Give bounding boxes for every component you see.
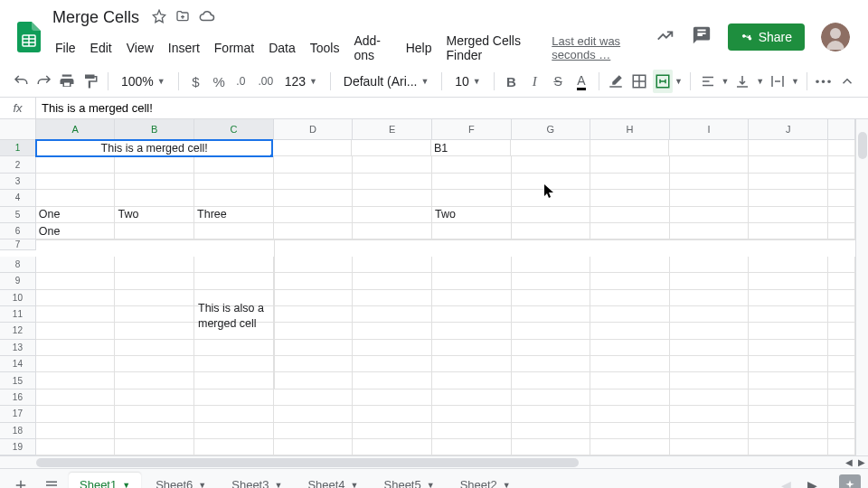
row-header-12[interactable]: 12: [0, 323, 36, 339]
cell[interactable]: [670, 290, 750, 306]
cell[interactable]: [274, 239, 354, 240]
undo-button[interactable]: [11, 70, 31, 93]
cell[interactable]: [432, 174, 512, 190]
cell[interactable]: [749, 423, 828, 439]
cell[interactable]: [590, 257, 670, 273]
cell[interactable]: [512, 223, 591, 239]
horizontal-scrollbar[interactable]: ◀ ▶: [0, 455, 868, 468]
cell[interactable]: [512, 323, 591, 339]
cell[interactable]: [36, 290, 116, 306]
cell[interactable]: [274, 174, 354, 190]
cell[interactable]: [353, 290, 432, 306]
tab-sheet1[interactable]: Sheet1▼: [69, 473, 141, 489]
cell[interactable]: [590, 290, 670, 306]
vertical-scrollbar[interactable]: [855, 119, 868, 455]
cell[interactable]: [670, 439, 750, 455]
cell[interactable]: [36, 406, 116, 422]
cell[interactable]: [36, 257, 116, 273]
print-button[interactable]: [58, 70, 78, 93]
cell[interactable]: [590, 273, 670, 289]
cell[interactable]: [194, 156, 274, 173]
cell[interactable]: [512, 257, 591, 273]
tab-sheet6[interactable]: Sheet6▼: [145, 473, 217, 489]
row-header-4[interactable]: 4: [0, 190, 36, 206]
cell[interactable]: [749, 273, 828, 289]
cell[interactable]: [36, 340, 116, 356]
cell[interactable]: [36, 239, 116, 240]
cell[interactable]: [115, 406, 194, 422]
all-sheets-button[interactable]: [38, 473, 65, 489]
cell[interactable]: [274, 273, 354, 289]
cell[interactable]: [670, 207, 750, 223]
cell[interactable]: [590, 323, 670, 339]
cell[interactable]: [353, 423, 432, 439]
cell[interactable]: [512, 156, 591, 173]
cell[interactable]: [274, 406, 354, 422]
merge-cells-button[interactable]: [653, 70, 673, 93]
row-header-9[interactable]: 9: [0, 273, 36, 289]
cell[interactable]: [749, 323, 828, 339]
row-header-8[interactable]: 8: [0, 257, 36, 273]
cell[interactable]: [432, 356, 512, 372]
cell[interactable]: [353, 323, 432, 339]
cell[interactable]: [512, 406, 591, 422]
cell[interactable]: [590, 223, 670, 239]
cell[interactable]: [432, 323, 512, 339]
cell[interactable]: [670, 423, 750, 439]
row-header-10[interactable]: 10: [0, 290, 36, 306]
cell[interactable]: [432, 273, 512, 289]
menu-tools[interactable]: Tools: [304, 37, 346, 59]
cell[interactable]: [115, 372, 194, 389]
cell[interactable]: [749, 439, 828, 455]
cell[interactable]: [512, 439, 591, 455]
cell[interactable]: [115, 223, 194, 239]
col-header-a[interactable]: A: [36, 119, 116, 140]
cell[interactable]: [590, 389, 670, 406]
menu-format[interactable]: Format: [208, 37, 260, 59]
scroll-right-icon[interactable]: ▶: [855, 457, 868, 467]
cell[interactable]: [590, 174, 670, 190]
cell[interactable]: [432, 223, 512, 239]
cell[interactable]: [432, 389, 512, 406]
font-size-select[interactable]: 10▼: [449, 70, 486, 93]
tab-sheet2[interactable]: Sheet2▼: [449, 473, 522, 489]
zoom-select[interactable]: 100%▼: [116, 70, 171, 93]
italic-button[interactable]: I: [524, 70, 544, 93]
cell[interactable]: [353, 174, 432, 190]
row-header-6[interactable]: 6: [0, 223, 36, 239]
cell[interactable]: [194, 389, 274, 406]
col-header-b[interactable]: B: [115, 119, 194, 140]
chevron-down-icon[interactable]: ▼: [122, 481, 130, 489]
menu-file[interactable]: File: [49, 37, 82, 59]
col-header-e[interactable]: E: [353, 119, 432, 140]
cell[interactable]: [590, 356, 670, 372]
trend-icon[interactable]: [656, 25, 675, 48]
cell[interactable]: [274, 290, 354, 306]
cell[interactable]: [194, 439, 274, 455]
format-select[interactable]: 123▼: [279, 70, 323, 93]
redo-button[interactable]: [34, 70, 54, 93]
cell[interactable]: [432, 290, 512, 306]
strikethrough-button[interactable]: S: [548, 70, 568, 93]
currency-button[interactable]: $: [186, 70, 206, 93]
col-header-c[interactable]: C: [194, 119, 274, 140]
cell[interactable]: One: [36, 223, 116, 239]
cell[interactable]: [36, 423, 116, 439]
cell[interactable]: [590, 306, 670, 323]
cell[interactable]: [274, 340, 354, 356]
cell[interactable]: [194, 190, 274, 206]
row-header-19[interactable]: 19: [0, 439, 36, 455]
cell[interactable]: [432, 190, 512, 206]
menu-insert[interactable]: Insert: [162, 37, 206, 59]
cell[interactable]: [432, 306, 512, 323]
cell[interactable]: [749, 257, 828, 273]
cell[interactable]: [749, 239, 828, 240]
cell[interactable]: [432, 156, 512, 173]
cell[interactable]: [590, 439, 670, 455]
cell[interactable]: Two: [432, 207, 512, 223]
cell[interactable]: [590, 423, 670, 439]
cell[interactable]: [274, 389, 354, 406]
cell[interactable]: [432, 239, 512, 240]
col-header-h[interactable]: H: [590, 119, 670, 140]
cell[interactable]: [590, 140, 670, 156]
